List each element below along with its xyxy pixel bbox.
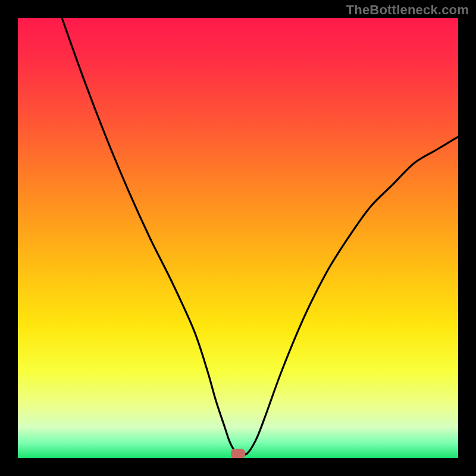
- plot-area: [18, 18, 458, 458]
- watermark-text: TheBottleneck.com: [346, 2, 469, 18]
- chart-frame: TheBottleneck.com: [0, 0, 476, 476]
- bottleneck-chart: [18, 18, 458, 458]
- gradient-background: [18, 18, 458, 458]
- optimal-point-marker: [231, 449, 245, 458]
